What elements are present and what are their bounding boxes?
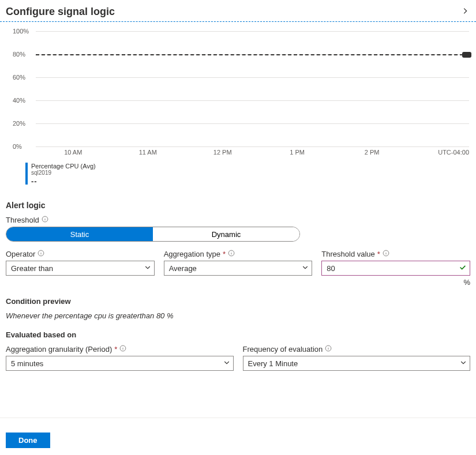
operator-label: Operator xyxy=(6,250,155,258)
alert-logic-heading: Alert logic xyxy=(6,201,470,210)
info-icon[interactable] xyxy=(38,250,44,258)
svg-point-14 xyxy=(123,347,123,347)
info-icon[interactable] xyxy=(119,345,126,354)
chart-gridline xyxy=(36,100,469,101)
threshold-value-label: Threshold value * xyxy=(321,250,470,258)
frequency-select[interactable]: Every 1 Minute xyxy=(243,356,471,371)
chart-xtick: 1 PM xyxy=(290,149,305,156)
chart-xtick: 12 PM xyxy=(213,149,232,156)
legend-series-name: Percentage CPU (Avg) xyxy=(31,163,96,170)
chart-ytick: 60% xyxy=(13,74,32,81)
granularity-label: Aggregation granularity (Period) * xyxy=(6,345,234,354)
aggregation-type-label: Aggregation type * xyxy=(164,250,313,258)
operator-value: Greater than xyxy=(11,264,53,273)
svg-point-17 xyxy=(328,347,329,347)
legend-current-value: -- xyxy=(31,177,96,186)
chart-timezone: UTC-04:00 xyxy=(438,149,469,156)
aggregation-value: Average xyxy=(169,264,197,273)
threshold-label: Threshold xyxy=(6,216,48,224)
condition-preview-heading: Condition preview xyxy=(6,297,470,306)
chevron-right-icon[interactable] xyxy=(461,7,469,17)
chart-xtick: 2 PM xyxy=(365,149,380,156)
chart-ytick: 20% xyxy=(13,120,32,127)
chart-gridline xyxy=(36,123,469,124)
granularity-select[interactable]: 5 minutes xyxy=(6,356,234,371)
threshold-mode-static[interactable]: Static xyxy=(6,227,153,241)
chart-ytick: 100% xyxy=(13,28,32,35)
condition-preview-text: Whenever the percentage cpu is greaterth… xyxy=(6,311,470,320)
done-button[interactable]: Done xyxy=(6,433,50,448)
chart-xtick: 11 AM xyxy=(139,149,157,156)
info-icon[interactable] xyxy=(228,250,235,258)
threshold-mode-dynamic[interactable]: Dynamic xyxy=(153,227,299,241)
legend-color-bar xyxy=(25,163,28,185)
frequency-label: Frequency of evaluation xyxy=(243,345,471,354)
chart-ytick: 40% xyxy=(13,97,32,104)
aggregation-type-select[interactable]: Average xyxy=(164,261,313,276)
threshold-value-input[interactable]: 80 xyxy=(321,261,470,276)
granularity-value: 5 minutes xyxy=(11,359,43,368)
threshold-mode-toggle: Static Dynamic xyxy=(6,227,300,242)
legend-resource-name: sql2019 xyxy=(31,170,96,176)
svg-point-5 xyxy=(41,251,42,252)
evaluated-heading: Evaluated based on xyxy=(6,330,470,339)
chart-gridline xyxy=(36,77,469,78)
chart-legend: Percentage CPU (Avg) sql2019 -- xyxy=(25,163,469,186)
svg-point-8 xyxy=(231,251,232,252)
chart-ytick: 0% xyxy=(13,143,32,150)
chart-gridline xyxy=(36,31,469,32)
frequency-value: Every 1 Minute xyxy=(248,359,298,368)
threshold-value-text: 80 xyxy=(327,264,335,273)
svg-point-2 xyxy=(44,217,45,218)
info-icon[interactable] xyxy=(383,250,389,258)
info-icon[interactable] xyxy=(42,216,48,224)
chart-ytick: 80% xyxy=(13,51,32,58)
page-title: Configure signal logic xyxy=(6,6,115,18)
threshold-unit: % xyxy=(321,278,470,287)
operator-select[interactable]: Greater than xyxy=(6,261,155,276)
chart-xtick: 10 AM xyxy=(64,149,82,156)
footer-divider xyxy=(0,418,476,418)
panel-header: Configure signal logic xyxy=(0,0,476,21)
info-icon[interactable] xyxy=(325,345,332,354)
threshold-handle[interactable] xyxy=(462,52,471,58)
svg-point-11 xyxy=(386,251,387,252)
checkmark-icon xyxy=(459,264,467,273)
threshold-line[interactable] xyxy=(36,54,469,55)
metric-chart: 0%20%40%60%80%100% 10 AM11 AM12 PM1 PM2 … xyxy=(0,22,476,186)
